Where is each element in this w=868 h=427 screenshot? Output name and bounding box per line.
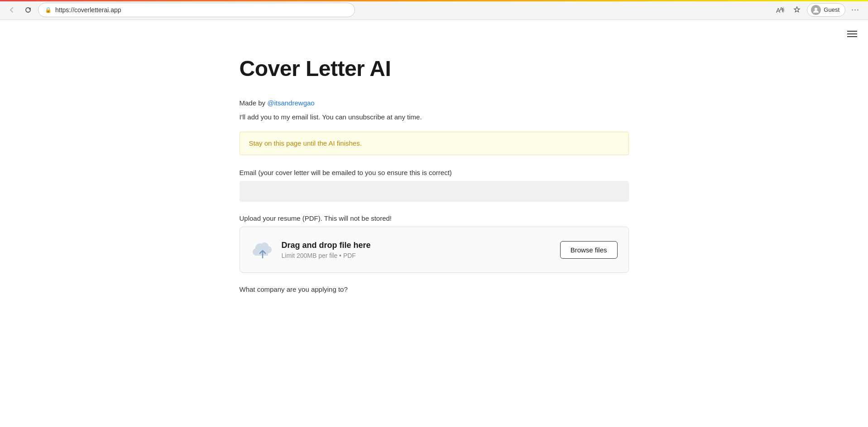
back-button[interactable]	[5, 4, 18, 16]
upload-limit-text: Limit 200MB per file • PDF	[282, 252, 553, 259]
browse-files-button[interactable]: Browse files	[560, 241, 618, 259]
read-aloud-icon: A A	[775, 5, 784, 14]
page-title: Cover Letter AI	[240, 56, 629, 81]
back-icon	[8, 6, 15, 14]
star-icon	[793, 6, 801, 14]
browser-chrome: 🔒 https://coverletterai.app A A	[0, 0, 868, 20]
favorites-button[interactable]	[790, 3, 804, 17]
ellipsis-icon: ···	[851, 5, 859, 14]
email-field-label: Email (your cover letter will be emailed…	[240, 169, 629, 176]
warning-text: Stay on this page until the AI finishes.	[249, 139, 362, 147]
cloud-upload-icon	[251, 238, 274, 261]
main-container: Cover Letter AI Made by @itsandrewgao I'…	[230, 20, 638, 311]
hamburger-line-2	[847, 33, 857, 34]
refresh-icon	[24, 6, 32, 14]
made-by-line: Made by @itsandrewgao	[240, 99, 629, 107]
lock-icon: 🔒	[45, 7, 52, 13]
warning-box: Stay on this page until the AI finishes.	[240, 132, 629, 155]
url-text: https://coverletterai.app	[55, 6, 348, 14]
upload-icon-wrapper	[251, 238, 274, 261]
email-input[interactable]	[240, 181, 629, 202]
author-link[interactable]: @itsandrewgao	[267, 99, 314, 107]
upload-text-area: Drag and drop file here Limit 200MB per …	[282, 241, 553, 259]
svg-text:A: A	[780, 7, 783, 12]
guest-avatar-icon	[811, 5, 821, 15]
more-options-button[interactable]: ···	[848, 3, 863, 17]
refresh-button[interactable]	[22, 4, 34, 16]
guest-label: Guest	[824, 6, 839, 13]
guest-profile-button[interactable]: Guest	[807, 3, 845, 17]
email-notice-text: I'll add you to my email list. You can u…	[240, 113, 629, 121]
top-stripe	[0, 0, 868, 1]
upload-dropzone[interactable]: Drag and drop file here Limit 200MB per …	[240, 227, 629, 273]
made-by-prefix: Made by	[240, 99, 268, 107]
upload-label: Upload your resume (PDF). This will not …	[240, 214, 629, 222]
read-aloud-button[interactable]: A A	[772, 3, 787, 17]
browser-right-controls: A A Guest ···	[772, 3, 863, 17]
hamburger-line-3	[847, 36, 857, 37]
hamburger-line-1	[847, 31, 857, 32]
address-bar[interactable]: 🔒 https://coverletterai.app	[38, 3, 355, 17]
company-label: What company are you applying to?	[240, 285, 629, 293]
svg-point-2	[815, 8, 817, 10]
page-content: Cover Letter AI Made by @itsandrewgao I'…	[0, 20, 868, 427]
drag-drop-text: Drag and drop file here	[282, 241, 553, 250]
hamburger-menu-button[interactable]	[845, 29, 859, 39]
